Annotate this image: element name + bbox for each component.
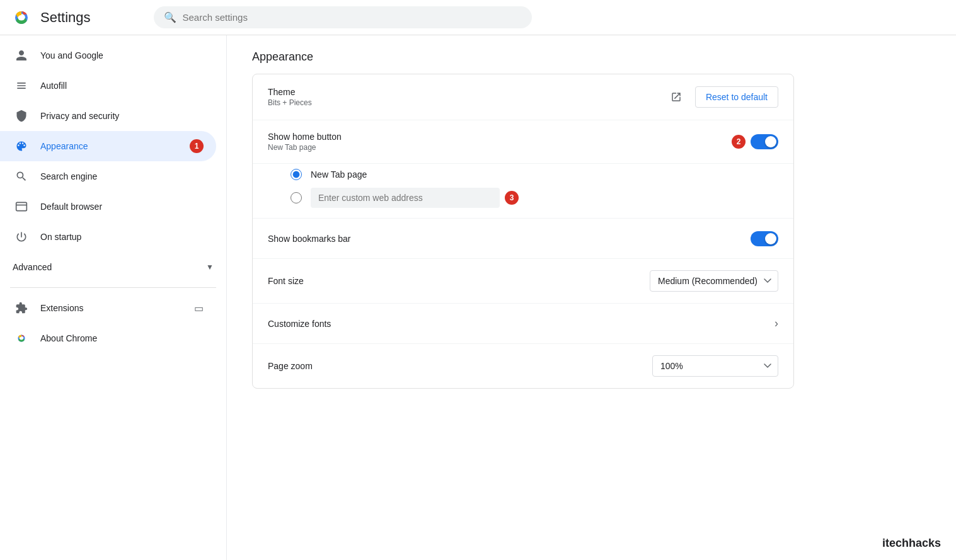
radio-custom-address[interactable] [291,192,302,203]
sidebar-item-extensions[interactable]: Extensions ▭ [0,293,216,323]
customize-fonts-control: › [775,317,778,330]
settings-card: Theme Bits + Pieces Reset to default Sho… [252,74,794,389]
page-zoom-control: 75% 90% 100% 110% 125% 150% [652,355,778,377]
advanced-section-header[interactable]: Advanced ▼ [0,252,226,282]
custom-address-badge: 3 [505,191,519,205]
show-home-button-info: Show home button New Tab page [268,132,727,152]
home-button-radio-group: New Tab page 3 [253,164,793,219]
layout: You and Google Autofill Privacy and secu… [0,35,956,560]
show-home-button-subtitle: New Tab page [268,143,727,152]
radio-new-tab-label: New Tab page [311,169,367,180]
show-bookmarks-bar-control [751,231,778,246]
customize-fonts-row[interactable]: Customize fonts › [253,304,793,344]
font-size-select[interactable]: Small Medium (Recommended) Large Very La… [650,270,778,292]
show-bookmarks-bar-info: Show bookmarks bar [268,234,751,244]
palette-icon [13,137,30,155]
sidebar-item-privacy-security[interactable]: Privacy and security [0,101,216,131]
puzzle-icon [13,299,30,317]
search-bar: 🔍 [154,6,532,28]
search-input[interactable] [183,12,522,23]
branding: itechhacks [882,537,941,550]
chrome-logo-icon [10,6,33,29]
sidebar-label-default-browser: Default browser [40,202,204,212]
sidebar-label-autofill: Autofill [40,81,204,91]
sidebar-label-search-engine: Search engine [40,171,204,181]
sidebar-item-on-startup[interactable]: On startup [0,222,216,252]
advanced-label: Advanced [13,262,201,272]
browser-icon [13,198,30,215]
external-link-icon: ▭ [194,302,204,314]
show-bookmarks-bar-row: Show bookmarks bar [253,219,793,259]
reset-to-default-button[interactable]: Reset to default [695,86,778,108]
radio-option-custom-address: 3 [291,188,778,208]
show-home-button-control: 2 [727,134,778,149]
show-home-button-label: Show home button [268,132,727,142]
sidebar-label-privacy-security: Privacy and security [40,111,204,121]
radio-option-new-tab: New Tab page [291,169,778,180]
theme-row: Theme Bits + Pieces Reset to default [253,74,793,120]
sidebar-item-you-and-google[interactable]: You and Google [0,40,216,71]
sidebar-item-autofill[interactable]: Autofill [0,71,216,101]
page-zoom-row: Page zoom 75% 90% 100% 110% 125% 150% [253,344,793,388]
sidebar-divider [10,287,216,288]
appearance-badge: 1 [190,139,204,153]
sidebar-item-about-chrome[interactable]: About Chrome [0,323,216,353]
show-bookmarks-bar-label: Show bookmarks bar [268,234,751,244]
advanced-arrow-icon: ▼ [206,263,214,271]
theme-external-link-button[interactable] [665,86,688,108]
font-size-label: Font size [268,276,650,286]
page-zoom-info: Page zoom [268,361,652,371]
sidebar-item-search-engine[interactable]: Search engine [0,161,216,191]
search-nav-icon [13,168,30,185]
about-chrome-icon [13,329,30,347]
sidebar-item-appearance[interactable]: Appearance 1 [0,131,216,161]
svg-rect-3 [16,202,27,210]
external-link-icon [671,91,682,103]
font-size-control: Small Medium (Recommended) Large Very La… [650,270,778,292]
power-icon [13,228,30,246]
top-bar: Settings 🔍 [0,0,956,35]
section-title: Appearance [252,50,931,64]
sidebar-label-you-and-google: You and Google [40,50,204,60]
customize-fonts-chevron-icon: › [775,317,778,330]
shield-icon [13,107,30,125]
custom-address-input[interactable] [311,188,500,208]
sidebar-label-about-chrome: About Chrome [40,333,204,343]
page-zoom-select[interactable]: 75% 90% 100% 110% 125% 150% [652,355,778,377]
radio-new-tab-page[interactable] [291,169,302,180]
sidebar-item-default-browser[interactable]: Default browser [0,191,216,222]
autofill-icon [13,77,30,94]
page-title: Settings [40,9,91,26]
show-home-button-row: Show home button New Tab page 2 [253,120,793,164]
show-bookmarks-bar-toggle[interactable] [751,231,778,246]
theme-info: Theme Bits + Pieces [268,87,665,107]
sidebar: You and Google Autofill Privacy and secu… [0,35,227,560]
person-icon [13,47,30,64]
search-icon: 🔍 [164,11,176,23]
main-content: Appearance Theme Bits + Pieces Reset to … [227,35,956,560]
show-home-button-toggle[interactable] [751,134,778,149]
sidebar-label-appearance: Appearance [40,141,185,151]
theme-label: Theme [268,87,665,97]
font-size-info: Font size [268,276,650,286]
customize-fonts-info: Customize fonts [268,319,775,329]
sidebar-label-on-startup: On startup [40,232,204,242]
theme-controls: Reset to default [665,86,778,108]
theme-value: Bits + Pieces [268,98,665,107]
show-home-button-badge: 2 [732,135,746,149]
page-zoom-label: Page zoom [268,361,652,371]
sidebar-label-extensions: Extensions [40,303,189,313]
font-size-row: Font size Small Medium (Recommended) Lar… [253,259,793,304]
customize-fonts-label: Customize fonts [268,319,775,329]
